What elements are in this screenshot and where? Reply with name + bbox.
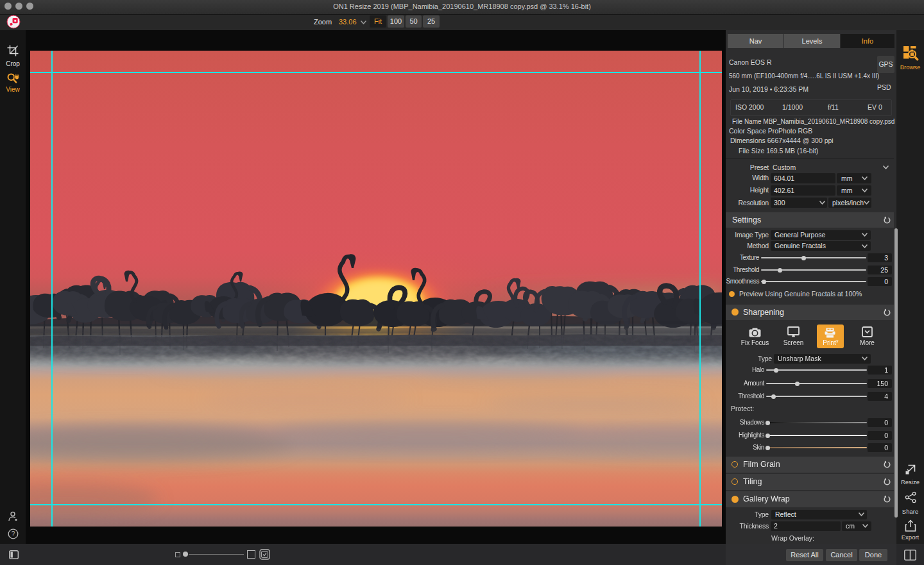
svg-text:?: ? [12, 530, 15, 537]
